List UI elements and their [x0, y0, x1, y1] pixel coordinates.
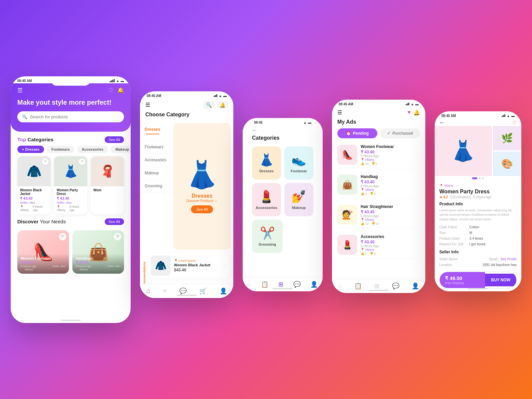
cat-item-accessories[interactable]: Accessories	[140, 154, 173, 167]
ad-location-1: 📍 Albany	[361, 158, 420, 161]
menu-icon-2[interactable]: ☰	[145, 102, 150, 108]
signal-icon	[110, 79, 115, 82]
nav-ads-3[interactable]: 📋	[261, 281, 268, 288]
ad-stats-3: 👍 20 👎 14	[361, 222, 420, 225]
cat-item-dresses[interactable]: Dresses	[140, 123, 173, 141]
see-all-discover-btn[interactable]: See All	[105, 218, 124, 225]
myads-heart-icon[interactable]: ♥	[408, 109, 411, 116]
wifi-5: ▲	[507, 114, 510, 118]
hero-title: Make yout style more perfect!	[17, 98, 124, 107]
nav-home-4[interactable]: ⌂	[338, 282, 342, 289]
nav-user-4[interactable]: 👤	[412, 282, 419, 290]
rec-card-1[interactable]: 🧥 📍 Lorem ipsum Women Black Jacket $43.4…	[148, 253, 230, 278]
myads-top: ☰ ♥ 🔔	[337, 109, 420, 116]
menu-icon-4[interactable]: ☰	[337, 109, 342, 116]
discover-fav-1[interactable]: ♡	[59, 233, 66, 240]
ad-item-1[interactable]: 👠 Women Footwear ₹ 43.40 6 Hours Ago 📍 A…	[337, 142, 420, 168]
choose-title: Choose Category	[145, 112, 228, 118]
discover-card-handbag[interactable]: 👜 ♡ Handbag ₹ 43.40 6 Hours Ago Seller: …	[72, 230, 124, 274]
signal-4	[406, 103, 409, 105]
myads-icons: ♥ 🔔	[408, 109, 420, 116]
categories-grid: 👗 Dresses 👟 Footwear 💄 Accessories 💅 Mak…	[252, 146, 313, 253]
cat-item-footwears[interactable]: Footwears	[140, 141, 173, 154]
header-icons-2: 🔍 🔔	[203, 101, 228, 109]
home-bar-3	[273, 288, 293, 289]
nav-chat-3[interactable]: 💬	[293, 281, 301, 288]
spec-row-2: Size M	[439, 230, 517, 236]
cat-see-all-btn[interactable]: See All	[191, 205, 213, 213]
notification-icon[interactable]: 🔔	[117, 87, 124, 93]
cat-featured-img: 👗	[185, 159, 219, 190]
pill-dresses[interactable]: + Dresses	[17, 146, 44, 153]
seller-location-val: 1691 old bayshore hwy	[482, 263, 517, 267]
seller-location-label: Location	[439, 263, 452, 267]
ad-dislikes-1: 👎 5	[371, 162, 378, 165]
ad-item-2[interactable]: 👜 Handbag ₹ 43.40 6 Hours Ago 📍 Albany 👍…	[337, 172, 420, 198]
back-btn-5[interactable]: ←	[439, 120, 445, 126]
nav-home-2[interactable]: ⌂	[146, 287, 150, 294]
top-categories-title: Top Categories	[17, 137, 53, 142]
cat-grid-dresses[interactable]: 👗 Dresses	[252, 146, 281, 180]
buy-now-btn[interactable]: BUY NOW	[485, 274, 516, 286]
cat-grid-footwear[interactable]: 👟 Footwear	[284, 146, 313, 180]
cat-item-makeup[interactable]: Makeup	[140, 167, 173, 180]
pill-accessories[interactable]: Accessories	[77, 146, 108, 153]
product-price-1: ₹ 43.40	[20, 196, 48, 201]
pd-location: 📍 Albany	[439, 184, 517, 187]
product-card-1[interactable]: 🧥 ♡ Women Black Jacket ₹ 43.40 Seller: A…	[17, 156, 51, 214]
product-card-2[interactable]: 👗 ♡ Women Party Dress ₹ 43.40 Seller: Al…	[54, 156, 87, 214]
nav-chat-4[interactable]: 💬	[392, 282, 399, 290]
product-card-3[interactable]: 🧣 Wom	[91, 156, 124, 214]
ad-likes-4: 👍 0	[361, 252, 367, 255]
cat-grid-grooming[interactable]: ✂️ Grooming	[252, 220, 283, 253]
phone-myads: 08:45 AM ▲ ▬ ☰ ♥ 🔔 My Ads	[332, 100, 425, 293]
see-profile-link[interactable]: See Profile	[500, 257, 517, 261]
ad-name-3: Hair Straightener	[361, 204, 420, 209]
cat-featured-panel: 👗 Dresses Discover Products → See All	[173, 123, 231, 250]
tab-purchased[interactable]: ✓ Purchased	[380, 128, 420, 138]
menu-icon[interactable]: ☰	[17, 87, 23, 94]
cat-grid-accessories[interactable]: 💄 Accessories	[252, 183, 281, 216]
discover-overlay-2: Handbag ₹ 43.40 6 Hours Ago Seller: Alex…	[72, 254, 124, 274]
nav-grid-3[interactable]: ⊞	[278, 281, 283, 288]
nav-cart-2[interactable]: 🛒	[199, 287, 207, 295]
back-btn-3[interactable]: ←	[252, 127, 313, 133]
nav-grid-4[interactable]: ⊞	[374, 282, 379, 290]
cats-title: Categories	[252, 135, 313, 141]
spec-row-1: Cloth Fabric Cotton	[439, 224, 517, 230]
pill-footwears[interactable]: Footwears	[47, 146, 74, 153]
nav-ads-4[interactable]: 📋	[354, 282, 362, 290]
cat-grid-makeup[interactable]: 💅 Makeup	[284, 183, 313, 216]
seller-name-val: Sarah	[489, 257, 498, 261]
ad-item-4[interactable]: 💄 Accessories ₹ 43.40 5 Hours Ago 📍 Alba…	[337, 232, 420, 258]
myads-bell-icon[interactable]: 🔔	[413, 109, 420, 116]
home-bar-5	[468, 288, 488, 289]
search-input[interactable]	[30, 114, 119, 119]
nav-user-3[interactable]: 👤	[310, 281, 318, 288]
cat-item-grooming[interactable]: Grooming	[140, 180, 173, 193]
search-bar[interactable]: 🔍	[17, 111, 124, 122]
nav-user-2[interactable]: 👤	[220, 287, 227, 295]
see-all-categories-btn[interactable]: See All	[105, 136, 124, 143]
nav-list-2[interactable]: ≡	[163, 287, 167, 294]
fav-btn-1[interactable]: ♡	[42, 158, 49, 165]
nav-chat-2[interactable]: 💬	[179, 287, 187, 295]
ad-item-3[interactable]: 💇 Hair Straightener ₹ 43.45 5 Hours Ago …	[337, 202, 420, 228]
nav-home-3[interactable]: ⌂	[248, 281, 251, 288]
pd-rating: ★ 4.2 (100 Reviews) 6 Hours Ago	[439, 195, 517, 199]
tab-pending[interactable]: ⏰ Pending	[337, 128, 377, 138]
wishlist-icon[interactable]: ♡	[109, 87, 113, 93]
pill-makeup[interactable]: Makeup	[111, 146, 131, 153]
product-name-2: Women Party Dress	[57, 188, 85, 196]
rec-fav-1[interactable]: ♡	[223, 263, 227, 268]
notification-btn-2[interactable]: 🔔	[217, 101, 228, 109]
ad-location-2: 📍 Albany	[361, 188, 420, 191]
product-name-3: Wom	[93, 188, 121, 192]
discover-card-footwear[interactable]: 👠 ♡ Women Footwear ₹ 43.40 6 Hours Ago S…	[17, 230, 69, 274]
fav-btn-5[interactable]: ♡	[512, 120, 517, 126]
discover-name-1: Women Footwear	[21, 256, 66, 260]
search-btn-2[interactable]: 🔍	[203, 101, 214, 109]
fav-btn-2[interactable]: ♡	[79, 158, 85, 165]
status-icons-2: ▲ ▬	[214, 94, 227, 98]
discover-fav-2[interactable]: ♡	[114, 233, 121, 240]
